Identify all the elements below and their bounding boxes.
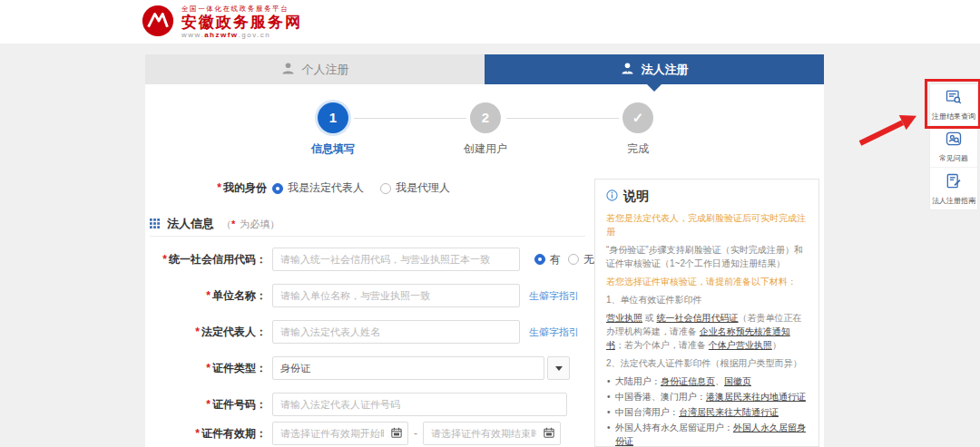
notice-list-item: 2、法定代表人证件影印件（根据用户类型而异） — [606, 356, 808, 370]
tab-personal-registration[interactable]: 个人注册 — [145, 54, 485, 84]
has-credit-code-yes[interactable]: 有 — [534, 252, 561, 267]
section-required-note: （* 为必填） — [221, 218, 279, 231]
cert-number-label: *证件号码： — [145, 397, 272, 413]
cert-type-row: *证件类型： — [145, 355, 570, 381]
step-label: 创建用户 — [431, 141, 540, 157]
notice-bullet: 大陆用户：身份证信息页、国徽页 — [606, 374, 808, 388]
tab-legal-label: 法人注册 — [642, 62, 689, 78]
link-id-info-page[interactable]: 身份证信息页 — [661, 376, 715, 386]
registration-tabs: 个人注册 法人注册 — [145, 54, 824, 84]
company-name-label: *单位名称： — [145, 288, 272, 304]
calendar-icon[interactable] — [391, 425, 402, 442]
document-search-icon — [945, 88, 963, 110]
person-icon — [281, 62, 295, 78]
legal-rep-label: *法定代表人： — [145, 325, 272, 340]
notice-list-item: 1、单位有效证件影印件 — [606, 293, 808, 306]
cert-validity-row: *证件有效期： - — [145, 421, 561, 446]
credit-code-input[interactable] — [272, 248, 520, 271]
cert-number-row: *证件号码： — [145, 392, 567, 417]
radio-unselected-icon — [568, 254, 579, 265]
link-credit-code-cert[interactable]: 统一社会信用代码证 — [657, 313, 739, 323]
cert-type-label: *证件类型： — [145, 361, 272, 376]
notice-title: 说明 — [623, 189, 649, 205]
radio-unselected-icon — [380, 183, 391, 194]
validity-end-input[interactable] — [424, 423, 544, 444]
identity-label: *我的身份 — [145, 180, 272, 196]
info-icon — [606, 189, 618, 204]
notice-title-row: 说明 — [606, 189, 808, 205]
notice-docs-paragraph: 营业执照 或 统一社会信用代码证（若贵单位正在办理机构筹建，请准备 企业名称预先… — [606, 311, 808, 352]
radio-agent[interactable]: 我是代理人 — [380, 180, 450, 196]
rail-item-label: 常见问题 — [939, 153, 968, 163]
cert-number-input[interactable] — [272, 393, 567, 416]
credit-code-row: *统一社会信用代码： 有 无 — [145, 247, 594, 272]
section-title: 法人信息 — [167, 216, 214, 232]
radio-legal-representative[interactable]: 我是法定代表人 — [272, 180, 364, 196]
step-fill-info: 1 信息填写 — [279, 102, 387, 157]
site-header: 全国一体化在线政务服务平台 安徽政务服务网 www.ahzwfw.gov.cn — [0, 0, 980, 44]
link-taiwan-permit[interactable]: 台湾居民来往大陆通行证 — [679, 407, 779, 417]
has-credit-code-no[interactable]: 无 — [568, 252, 594, 267]
tab-personal-label: 个人注册 — [302, 62, 349, 78]
link-id-emblem-page[interactable]: 国徽页 — [724, 376, 751, 386]
rail-item-legal-registration-guide[interactable]: 法人注册指南 — [930, 168, 977, 209]
section-divider — [150, 236, 585, 237]
step-label: 信息填写 — [279, 141, 387, 157]
notice-paragraph: “身份验证”步骤支持刷脸验证（实时完成注册）和证件审核验证（1~2个工作日通知注… — [606, 243, 808, 270]
rail-item-label: 注册结果查询 — [932, 112, 975, 121]
platform-tagline: 全国一体化在线政务服务平台 — [181, 5, 302, 14]
cert-type-select[interactable] — [272, 356, 544, 380]
notice-bullet: 中国香港、澳门用户：港澳居民来往内地通行证 — [606, 390, 808, 403]
step-create-user: 2 创建用户 — [431, 102, 540, 157]
rail-item-faq[interactable]: 常见问题 — [930, 126, 977, 168]
link-business-license[interactable]: 营业执照 — [606, 313, 642, 323]
person-icon — [621, 62, 634, 78]
step-indicator: 1 信息填写 2 创建用户 ✓ 完成 — [145, 102, 824, 159]
chevron-down-icon — [555, 366, 563, 371]
link-hk-macau-permit[interactable]: 港澳居民来往内地通行证 — [706, 392, 806, 402]
site-logo: 全国一体化在线政务服务平台 安徽政务服务网 www.ahzwfw.gov.cn — [141, 4, 302, 42]
notice-paragraph: 若您选择证件审核验证，请提前准备以下材料： — [606, 275, 808, 288]
document-pen-icon — [945, 172, 963, 194]
validity-start-field — [272, 422, 408, 445]
registration-card: 个人注册 法人注册 1 信息填写 2 创建用户 ✓ 完成 *我的身份 我是法 — [145, 54, 824, 447]
step-label: 完成 — [583, 141, 692, 157]
identity-row: *我的身份 我是法定代表人 我是代理人 — [145, 180, 466, 196]
notice-paragraph: 若您是法定代表人，完成刷脸验证后可实时完成注册 — [606, 211, 808, 238]
legal-info-section-header: 法人信息 （* 为必填） — [150, 216, 279, 232]
rare-character-guide-link[interactable]: 生僻字指引 — [529, 289, 579, 303]
annotation-arrow — [851, 89, 935, 154]
step-number: 1 — [318, 102, 348, 133]
rail-item-registration-result-query[interactable]: 注册结果查询 — [930, 84, 977, 126]
legal-rep-input[interactable] — [272, 320, 520, 344]
grid-icon — [150, 216, 160, 232]
cert-validity-label: *证件有效期： — [145, 426, 272, 442]
step-complete: ✓ 完成 — [583, 102, 692, 157]
legal-rep-row: *法定代表人： 生僻字指引 — [145, 319, 579, 345]
site-logo-icon — [141, 4, 175, 42]
credit-code-label: *统一社会信用代码： — [145, 252, 272, 267]
step-number: 2 — [470, 102, 501, 133]
site-name: 安徽政务服务网 — [181, 14, 302, 32]
notice-panel: 说明 若您是法定代表人，完成刷脸验证后可实时完成注册 “身份验证”步骤支持刷脸验… — [594, 179, 819, 447]
tab-legal-registration[interactable]: 法人注册 — [485, 54, 824, 84]
floating-rail: 注册结果查询 常见问题 法人注册指南 — [929, 83, 978, 210]
rare-character-guide-link[interactable]: 生僻字指引 — [529, 326, 579, 339]
link-individual-business-license[interactable]: 个体户营业执照 — [709, 340, 772, 350]
cert-type-dropdown-button[interactable] — [547, 356, 570, 380]
radio-selected-icon — [272, 183, 283, 194]
validity-end-field — [423, 422, 561, 445]
date-range-separator: - — [414, 427, 417, 440]
check-icon: ✓ — [622, 102, 653, 133]
company-name-row: *单位名称： 生僻字指引 — [145, 283, 579, 308]
validity-start-input[interactable] — [273, 423, 391, 444]
rail-item-label: 法人注册指南 — [932, 196, 975, 206]
site-url: www.ahzwfw.gov.cn — [181, 31, 302, 39]
notice-bullet: 外国人持有永久居留证用户：外国人永久居留身份证 — [606, 421, 808, 447]
notice-bullet: 中国台湾用户：台湾居民来往大陆通行证 — [606, 405, 808, 419]
company-name-input[interactable] — [272, 284, 520, 307]
person-search-icon — [945, 130, 963, 151]
radio-selected-icon — [534, 254, 545, 265]
calendar-icon[interactable] — [544, 425, 554, 442]
